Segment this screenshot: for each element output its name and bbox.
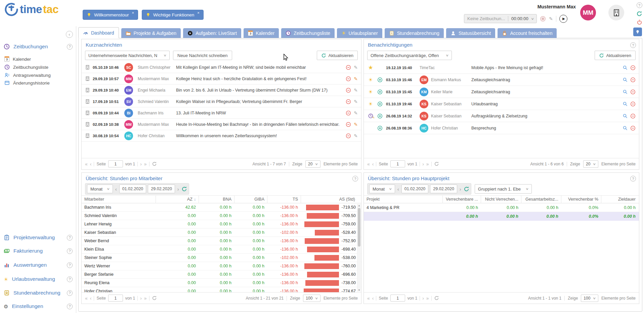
scroll-up-icon[interactable]: ▲ (357, 204, 361, 207)
date-to-input[interactable]: 29.02.2020 (148, 185, 175, 193)
help-icon[interactable]: ? (67, 235, 73, 241)
tab-statusübersicht[interactable]: Statusübersicht (446, 28, 496, 38)
power-icon[interactable] (637, 19, 642, 25)
next-period-button[interactable]: › (177, 186, 180, 192)
delete-message-icon[interactable] (346, 122, 351, 127)
notification-row[interactable]: ✎ 26.08.19 14:32 KS Kaiser Sebastian Auf… (364, 110, 639, 122)
new-message-button[interactable]: Neue Nachricht schreiben (173, 51, 232, 60)
page-input[interactable] (390, 295, 405, 302)
employee-row[interactable]: Bachmann Iris 42.62 0.00 h 0.00 h -136.0… (82, 203, 361, 212)
delete-message-icon[interactable] (346, 76, 351, 82)
sidebar-item-antragsverwaltung[interactable]: Antragsverwaltung (0, 71, 76, 79)
column-header-verrechenbare[interactable]: Verrechenbare ... (442, 196, 481, 203)
help-icon[interactable]: ? (67, 262, 73, 268)
table-scrollbar[interactable]: ▲ ▼ (357, 204, 361, 292)
scroll-down-icon[interactable]: ▼ (357, 289, 361, 291)
project-row[interactable]: 4 Marketing & PR 0.00 h0.00 h0.00 h0.0%0… (364, 203, 639, 212)
edit-message-icon[interactable]: ✎ (354, 110, 358, 116)
page-size-select[interactable]: 20∨ (305, 160, 320, 168)
current-booking-select[interactable]: Keine Zeitbuchun... 00:00:00 ∨ (464, 14, 537, 23)
message-row[interactable]: 29.09.19 10:57 MM Mustermann Max Kollege… (82, 73, 361, 85)
minus-circle-icon[interactable] (630, 113, 636, 119)
minus-circle-icon[interactable] (630, 89, 636, 95)
help-icon[interactable]: ? (67, 44, 73, 50)
notification-filter-select[interactable]: Offene Zeitbuchungsanträge, Offen∨ (367, 51, 452, 60)
first-page-button[interactable]: « (367, 161, 370, 167)
magnifier-icon[interactable] (622, 65, 628, 70)
help-icon[interactable]: ? (67, 276, 73, 282)
message-row[interactable]: 29.09.19 10:40 EM Engel Michaela Bin von… (82, 85, 361, 96)
magnifier-icon[interactable] (622, 125, 628, 131)
employee-row[interactable]: Weber Bernd 0.00 0.00 h 0.00 h -136.00 h… (82, 237, 361, 245)
notification-row[interactable]: ☀ 03.10.19 15:46 EM Eismann Markus Zeita… (364, 74, 639, 86)
next-period-button[interactable]: › (459, 186, 462, 192)
date-from-input[interactable]: 01.02.2020 (401, 185, 429, 193)
column-header-zieldauer[interactable]: Zieldauer (601, 196, 638, 203)
avatar[interactable]: MM (124, 74, 133, 83)
tab-urlaubsplaner[interactable]: ☀ Urlaubsplaner (337, 28, 382, 38)
edit-message-icon[interactable]: ✎ (354, 99, 358, 104)
help-bulb-button[interactable] (633, 28, 642, 36)
tab-stundenabrechnung[interactable]: Stundenabrechnung (385, 28, 444, 38)
minus-circle-icon[interactable] (630, 125, 636, 131)
avatar[interactable]: KS (420, 100, 428, 108)
help-icon[interactable]: ? (630, 42, 636, 48)
magnifier-icon[interactable] (622, 113, 628, 118)
page-input[interactable] (108, 295, 123, 302)
sidebar-section-projektverwaltung[interactable]: Projektverwaltung ? (0, 233, 76, 242)
edit-message-icon[interactable]: ✎ (354, 133, 358, 139)
employee-row[interactable]: Reunig Elena 0.00 0.00 h 0.00 h -136.00 … (82, 279, 361, 287)
last-page-button[interactable]: » (144, 161, 147, 167)
edit-message-icon[interactable]: ✎ (354, 88, 358, 93)
plus-circle-icon[interactable] (377, 113, 383, 119)
timetac-logo[interactable]: timetac (4, 2, 58, 17)
employee-row[interactable]: Lehner Herwig 0.00 0.00 h 0.00 h -136.00… (82, 220, 361, 228)
sidebar-section-auswertungen[interactable]: Auswertungen ? (0, 261, 76, 269)
plus-circle-icon[interactable] (377, 77, 383, 83)
period-select[interactable]: Monat∨ (369, 185, 395, 193)
notification-row[interactable]: ☀ 01.10.19 19:46 KS Kaiser Sebastian Url… (364, 98, 639, 110)
refresh-icon[interactable] (434, 296, 439, 301)
tab-projekte-aufgaben[interactable]: Projekte & Aufgaben (121, 28, 181, 38)
page-size-select[interactable]: 100∨ (581, 295, 598, 302)
organization-button[interactable] (608, 5, 624, 20)
notification-row[interactable]: 26.08.19 08:36 HC Hofer Christian Bespre… (364, 122, 639, 134)
user-avatar[interactable]: MM (580, 5, 596, 20)
delete-message-icon[interactable] (346, 110, 351, 116)
message-row[interactable]: 30.08.19 10:54 HC Hofer Christian Willko… (82, 130, 361, 142)
refresh-icon[interactable] (152, 161, 157, 166)
tab-account-freischalten[interactable]: Account freischalten (498, 28, 557, 38)
message-row[interactable]: 02.09.19 10:38 MM Mustermann Max Heute I… (82, 119, 361, 130)
message-row[interactable]: 17.09.19 10:51 SV Schmied Valentin Kolle… (82, 96, 361, 107)
employee-row[interactable]: Hofer Christian 0.00 0.00 h 0.00 h -136.… (82, 287, 361, 292)
last-page-button[interactable]: » (426, 161, 429, 167)
help-icon[interactable]: ? (67, 248, 73, 254)
last-page-button[interactable]: » (144, 296, 147, 301)
prev-page-button[interactable]: ‹ (90, 296, 92, 301)
date-to-input[interactable]: 29.02.2020 (430, 185, 457, 193)
sidebar-item-änderungshistorie[interactable]: Änderungshistorie (0, 79, 76, 87)
plus-circle-icon[interactable] (377, 89, 383, 95)
page-input[interactable] (390, 160, 405, 167)
next-page-button[interactable]: › (422, 161, 424, 167)
help-icon[interactable]: ? (637, 2, 642, 8)
avatar[interactable]: SV (124, 97, 133, 106)
minus-circle-icon[interactable] (630, 77, 636, 83)
delete-message-icon[interactable] (346, 65, 351, 70)
minus-circle-icon[interactable] (630, 65, 636, 70)
column-header-nicht-verrechen[interactable]: Nicht Verrechen... (481, 196, 521, 203)
avatar[interactable]: BI (124, 109, 133, 117)
column-header-bna[interactable]: BNA (199, 196, 234, 203)
column-header-projekt[interactable]: Projekt (364, 196, 442, 203)
prev-period-button[interactable]: ‹ (397, 186, 400, 192)
sidebar-section-urlaubsverwaltung[interactable]: ☀ Urlaubsverwaltung ? (0, 275, 76, 283)
help-icon[interactable]: ? (630, 176, 636, 181)
group-by-select[interactable]: Gruppiert nach 1. Ebe∨ (475, 184, 532, 194)
avatar[interactable]: HC (124, 132, 133, 140)
employee-row[interactable]: Kaiser Sebastian 0.00 0.00 h 0.00 h -102… (82, 228, 361, 237)
scrollbar-thumb[interactable] (358, 208, 360, 247)
delete-message-icon[interactable] (346, 88, 351, 93)
minus-circle-icon[interactable] (630, 101, 636, 107)
prev-page-button[interactable]: ‹ (90, 161, 92, 167)
refresh-icon[interactable] (152, 296, 157, 301)
